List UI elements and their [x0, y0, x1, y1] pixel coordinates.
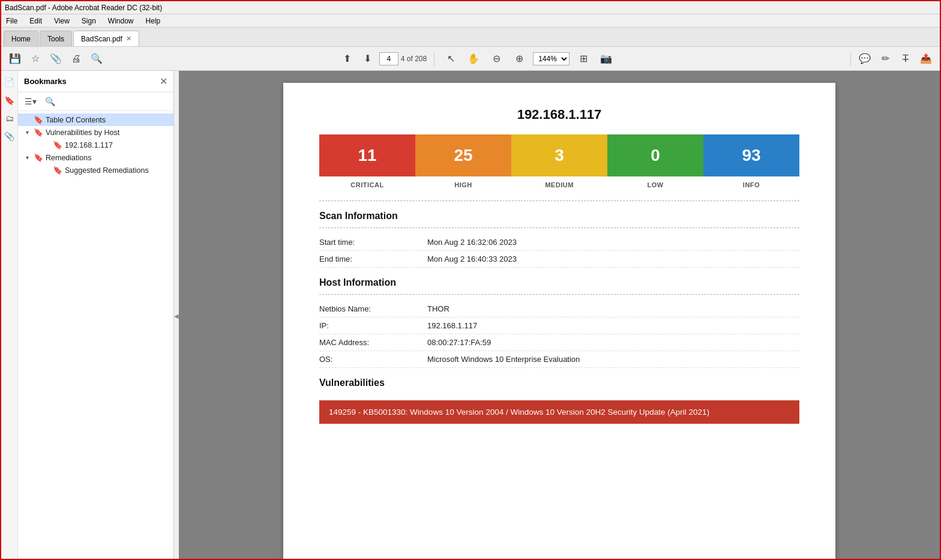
sidebar: Bookmarks ✕ ☰▾ 🔍 🔖 Table Of Contents ▾ 🔖…	[18, 71, 174, 560]
attach-side-icon[interactable]: 📎	[3, 130, 16, 143]
sidebar-header: Bookmarks ✕	[18, 71, 173, 92]
bookmark-label-toc: Table Of Contents	[46, 116, 169, 124]
sidebar-close-btn[interactable]: ✕	[160, 76, 167, 87]
attach-btn[interactable]: 📎	[47, 50, 65, 68]
scan-end-row: End time: Mon Aug 2 16:40:33 2023	[319, 251, 799, 268]
pencil-btn[interactable]: ✏	[876, 50, 894, 68]
page-count: 4 of 208	[401, 55, 427, 63]
tab-badscan-label: BadScan.pdf	[81, 35, 122, 43]
menu-bar: File Edit View Sign Window Help	[1, 14, 940, 28]
title-bar: BadScan.pdf - Adobe Acrobat Reader DC (3…	[1, 1, 940, 14]
zoom-select[interactable]: 50% 75% 100% 125% 144% 150% 200%	[533, 52, 570, 65]
strikeout-btn[interactable]: T̶	[897, 50, 915, 68]
bookmark-tree: 🔖 Table Of Contents ▾ 🔖 Vulnerabilities …	[18, 111, 173, 560]
menu-edit[interactable]: Edit	[27, 16, 44, 26]
label-low: LOW	[607, 181, 703, 188]
toolbar: 💾 ☆ 📎 🖨 🔍 ⬆ ⬇ 4 of 208 ↖ ✋ ⊖ ⊕ 50% 75% 1…	[1, 47, 940, 71]
label-medium: MEDIUM	[511, 181, 607, 188]
sidebar-tools: ☰▾ 🔍	[18, 92, 173, 111]
cursor-btn[interactable]: ↖	[442, 50, 460, 68]
info-count: 93	[742, 146, 760, 165]
bookmark-icon-sugg: 🔖	[53, 166, 62, 175]
print-btn[interactable]: 🖨	[67, 50, 85, 68]
host-netbios-label: Netbios Name:	[319, 304, 427, 313]
page-thumb-icon[interactable]: 🗂	[3, 112, 16, 125]
pdf-area[interactable]: 192.168.1.117 11 25 3 0 93	[179, 71, 940, 560]
host-info-title: Host Information	[319, 277, 799, 288]
tab-close-icon[interactable]: ✕	[126, 35, 131, 43]
title-bar-text: BadScan.pdf - Adobe Acrobat Reader DC (3…	[5, 4, 936, 12]
scan-start-label: Start time:	[319, 238, 427, 247]
bookmark-icon-vuln: 🔖	[34, 128, 43, 137]
scan-start-value: Mon Aug 2 16:32:06 2023	[427, 238, 799, 247]
expand-btn-toc[interactable]	[23, 116, 31, 124]
severity-info: 93	[703, 134, 799, 176]
host-mac-value: 08:00:27:17:FA:59	[427, 338, 799, 347]
tab-badscan[interactable]: BadScan.pdf ✕	[73, 31, 139, 46]
menu-file[interactable]: File	[4, 16, 20, 26]
menu-view[interactable]: View	[52, 16, 72, 26]
expand-btn-rem[interactable]: ▾	[23, 154, 31, 162]
label-high: HIGH	[415, 181, 511, 188]
expand-btn-ip[interactable]	[42, 141, 50, 149]
left-icon-panel: 📄 🔖 🗂 📎	[1, 71, 18, 560]
tab-home[interactable]: Home	[4, 31, 38, 46]
low-count: 0	[651, 146, 660, 165]
bookmark-btn[interactable]: ☆	[26, 50, 44, 68]
host-os-label: OS:	[319, 355, 427, 364]
share-btn[interactable]: 📤	[917, 50, 935, 68]
scan-info-title: Scan Information	[319, 211, 799, 221]
sidebar-search-btn[interactable]: 🔍	[42, 95, 58, 108]
host-mac-row: MAC Address: 08:00:27:17:FA:59	[319, 334, 799, 351]
expand-btn-sugg[interactable]	[42, 166, 50, 175]
menu-window[interactable]: Window	[106, 16, 136, 26]
sidebar-options-btn[interactable]: ☰▾	[23, 95, 38, 108]
high-count: 25	[454, 146, 472, 165]
host-netbios-row: Netbios Name: THOR	[319, 301, 799, 318]
host-netbios-value: THOR	[427, 304, 799, 313]
scroll-up-btn[interactable]: ⬆	[338, 50, 356, 68]
medium-count: 3	[555, 146, 564, 165]
scan-start-row: Start time: Mon Aug 2 16:32:06 2023	[319, 234, 799, 251]
tab-bar: Home Tools BadScan.pdf ✕	[1, 28, 940, 47]
label-critical: CRITICAL	[319, 181, 415, 188]
severity-low: 0	[607, 134, 703, 176]
host-ip-value: 192.168.1.117	[427, 321, 799, 330]
scroll-down-btn[interactable]: ⬇	[359, 50, 377, 68]
zoom-in-btn[interactable]: ⊕	[510, 50, 528, 68]
vuln-title: Vulnerabilities	[319, 378, 799, 388]
bookmark-suggested-rem[interactable]: 🔖 Suggested Remediations	[18, 164, 173, 176]
bookmarks-icon[interactable]: 🔖	[3, 94, 16, 107]
tab-tools[interactable]: Tools	[40, 31, 72, 46]
severity-labels: CRITICAL HIGH MEDIUM LOW INFO	[319, 181, 799, 188]
severity-critical: 11	[319, 134, 415, 176]
bookmark-vuln-host[interactable]: ▾ 🔖 Vulnerabilities by Host	[18, 126, 173, 139]
sidebar-resize-handle[interactable]	[174, 71, 179, 560]
page-icon[interactable]: 📄	[3, 76, 16, 89]
bookmark-toc[interactable]: 🔖 Table Of Contents	[18, 113, 173, 126]
hand-btn[interactable]: ✋	[464, 50, 483, 68]
severity-high: 25	[415, 134, 511, 176]
pdf-page: 192.168.1.117 11 25 3 0 93	[283, 83, 835, 560]
critical-count: 11	[358, 146, 376, 165]
snapshot-btn[interactable]: 📷	[597, 50, 615, 68]
bookmark-remediations[interactable]: ▾ 🔖 Remediations	[18, 151, 173, 164]
host-ip-row: IP: 192.168.1.117	[319, 318, 799, 334]
page-input[interactable]	[379, 52, 398, 65]
expand-btn-vuln[interactable]: ▾	[23, 128, 31, 137]
find-btn[interactable]: 🔍	[88, 50, 106, 68]
save-btn[interactable]: 💾	[6, 50, 24, 68]
host-os-row: OS: Microsoft Windows 10 Enterprise Eval…	[319, 351, 799, 368]
bookmark-ip[interactable]: 🔖 192.168.1.117	[18, 139, 173, 151]
scan-end-value: Mon Aug 2 16:40:33 2023	[427, 254, 799, 263]
bookmark-icon-toc: 🔖	[34, 115, 43, 124]
menu-help[interactable]: Help	[143, 16, 163, 26]
bookmark-label-rem: Remediations	[46, 154, 169, 162]
comment-btn[interactable]: 💬	[856, 50, 874, 68]
bookmark-label-ip: 192.168.1.117	[65, 141, 169, 149]
fit-page-btn[interactable]: ⊞	[574, 50, 592, 68]
tab-tools-label: Tools	[47, 35, 64, 43]
host-os-value: Microsoft Windows 10 Enterprise Evaluati…	[427, 355, 799, 364]
menu-sign[interactable]: Sign	[79, 16, 98, 26]
zoom-out-btn[interactable]: ⊖	[487, 50, 505, 68]
